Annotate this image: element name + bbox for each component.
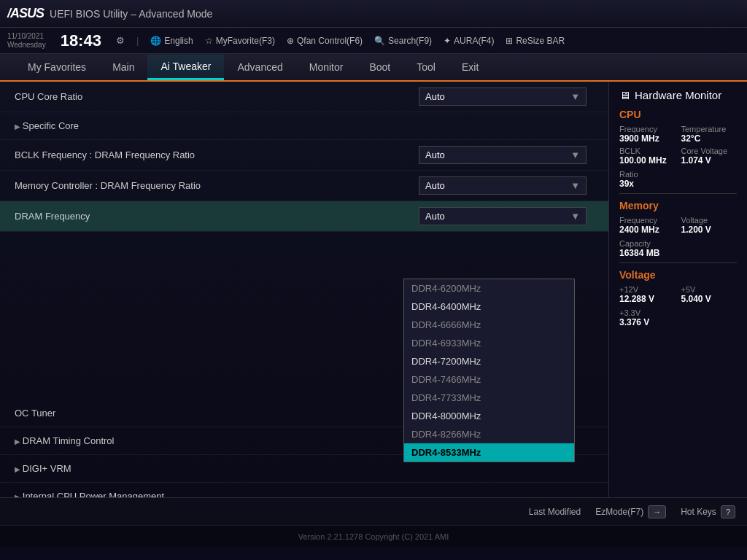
qfan-label: Qfan Control(F6)	[297, 36, 363, 46]
v33-row: +3.3V 3.376 V	[619, 308, 737, 327]
hot-keys-button[interactable]: Hot Keys ?	[681, 505, 735, 518]
digi-vrm-label[interactable]: DIGI+ VRM	[15, 463, 594, 474]
cpu-core-voltage-label: Core Voltage	[681, 147, 738, 155]
nav-main[interactable]: Main	[99, 55, 147, 79]
dropdown-option-ddr4-7733[interactable]: DDR4-7733MHz	[404, 389, 574, 407]
dram-frequency-dropdown-list: DDR4-6200MHz DDR4-6400MHz DDR4-6666MHz D…	[403, 279, 575, 462]
setting-row-internal-cpu: Internal CPU Power Management	[0, 483, 608, 497]
v12-label: +12V	[619, 285, 676, 294]
cpu-bclk-label: BCLK	[619, 147, 676, 155]
cpu-ratio-value: 39x	[619, 179, 737, 189]
cpu-temp-value: 32°C	[681, 133, 738, 144]
cpu-core-ratio-value[interactable]: Auto ▼	[419, 88, 594, 106]
cpu-ratio-row: Ratio 39x	[619, 170, 737, 189]
star-icon: ☆	[205, 36, 213, 46]
mem-voltage-label: Voltage	[681, 216, 738, 225]
v5-label: +5V	[681, 285, 738, 294]
dropdown-value: Auto	[425, 91, 445, 102]
version-bar: Version 2.21.1278 Copyright (C) 2021 AMI	[0, 525, 747, 547]
cpu-bclk-value: 100.00 MHz	[619, 155, 676, 166]
dram-frequency-value[interactable]: Auto ▼	[419, 207, 594, 225]
toolbar-myfavorite[interactable]: ☆ MyFavorite(F3)	[205, 36, 275, 46]
toolbar-english[interactable]: 🌐 English	[150, 36, 193, 46]
dropdown-option-ddr4-8000[interactable]: DDR4-8000MHz	[404, 407, 574, 425]
nav-ai-tweaker[interactable]: Ai Tweaker	[147, 55, 224, 80]
mem-freq-value: 2400 MHz	[619, 225, 676, 235]
aura-label: AURA(F4)	[454, 36, 494, 46]
dropdown-option-ddr4-8266[interactable]: DDR4-8266MHz	[404, 425, 574, 443]
memory-controller-label: Memory Controller : DRAM Frequency Ratio	[15, 180, 419, 191]
cpu-core-voltage-value: 1.074 V	[681, 155, 738, 166]
specific-core-label[interactable]: Specific Core	[15, 120, 594, 131]
cpu-core-ratio-label: CPU Core Ratio	[15, 91, 419, 102]
nav-monitor[interactable]: Monitor	[296, 55, 357, 79]
dropdown-option-ddr4-6200[interactable]: DDR4-6200MHz	[404, 279, 574, 298]
v33-value: 3.376 V	[619, 317, 737, 327]
memory-controller-value[interactable]: Auto ▼	[419, 176, 594, 195]
header: /ASUS UEFI BIOS Utility – Advanced Mode	[0, 0, 747, 28]
ez-mode-button[interactable]: EzMode(F7) →	[595, 505, 666, 518]
clock-display: 18:43	[61, 31, 101, 50]
toolbar-search[interactable]: 🔍 Search(F9)	[374, 36, 432, 46]
toolbar-qfan[interactable]: ⊕ Qfan Control(F6)	[287, 36, 363, 46]
toolbar-resize-bar[interactable]: ⊞ ReSize BAR	[506, 36, 565, 46]
cpu-section-title: CPU	[619, 109, 737, 120]
toolbar-aura[interactable]: ✦ AURA(F4)	[444, 36, 494, 46]
ez-mode-icon: →	[648, 505, 666, 518]
hardware-monitor-panel: 🖥 Hardware Monitor CPU Frequency 3900 MH…	[608, 82, 747, 497]
asus-logo: /ASUS	[7, 6, 44, 21]
dropdown-option-ddr4-6400[interactable]: DDR4-6400MHz	[404, 298, 574, 316]
ez-mode-label: EzMode(F7)	[595, 507, 643, 517]
myfavorite-label: MyFavorite(F3)	[216, 36, 275, 46]
settings-gear-icon[interactable]: ⚙	[116, 35, 125, 46]
bclk-dram-dropdown[interactable]: Auto ▼	[419, 146, 587, 164]
bclk-dram-value[interactable]: Auto ▼	[419, 146, 594, 164]
dropdown-option-ddr4-7466[interactable]: DDR4-7466MHz	[404, 370, 574, 389]
main-layout: CPU Core Ratio Auto ▼ Specific Core BCLK…	[0, 82, 747, 497]
nav-my-favorites[interactable]: My Favorites	[15, 55, 99, 79]
cpu-core-ratio-dropdown[interactable]: Auto ▼	[419, 88, 587, 106]
setting-row-dram-frequency: DRAM Frequency Auto ▼	[0, 201, 608, 232]
cpu-ratio-label: Ratio	[619, 170, 737, 179]
hot-keys-label: Hot Keys	[681, 507, 716, 517]
setting-row-bclk-dram: BCLK Frequency : DRAM Frequency Ratio Au…	[0, 140, 608, 171]
setting-row-cpu-core-ratio: CPU Core Ratio Auto ▼	[0, 82, 608, 112]
mem-voltage-value: 1.200 V	[681, 225, 738, 235]
nav-boot[interactable]: Boot	[356, 55, 403, 79]
internal-cpu-label[interactable]: Internal CPU Power Management	[15, 491, 594, 497]
v33-label: +3.3V	[619, 308, 737, 317]
dropdown-option-ddr4-6666[interactable]: DDR4-6666MHz	[404, 316, 574, 334]
dropdown-arrow-icon: ▼	[570, 149, 580, 160]
hardware-monitor-label: Hardware Monitor	[635, 89, 721, 101]
dropdown-option-ddr4-8533[interactable]: DDR4-8533MHz	[404, 443, 574, 462]
search-icon: 🔍	[374, 36, 385, 46]
version-text: Version 2.21.1278 Copyright (C) 2021 AMI	[298, 532, 449, 541]
date-line2: Wednesday	[7, 41, 46, 50]
memory-section-title: Memory	[619, 200, 737, 211]
nav-tool[interactable]: Tool	[403, 55, 449, 79]
voltage-section-title: Voltage	[619, 269, 737, 281]
resize-icon: ⊞	[506, 36, 513, 46]
hardware-monitor-title: 🖥 Hardware Monitor	[619, 89, 737, 101]
dropdown-option-ddr4-6933[interactable]: DDR4-6933MHz	[404, 334, 574, 352]
search-label: Search(F9)	[388, 36, 432, 46]
resize-label: ReSize BAR	[516, 36, 565, 46]
monitor-icon: 🖥	[619, 89, 630, 101]
dram-frequency-dropdown[interactable]: Auto ▼	[419, 207, 587, 225]
date-block: 11/10/2021 Wednesday	[7, 32, 46, 50]
v5-value: 5.040 V	[681, 294, 738, 304]
dropdown-option-ddr4-7200[interactable]: DDR4-7200MHz	[404, 352, 574, 370]
memory-controller-dropdown[interactable]: Auto ▼	[419, 176, 587, 195]
cpu-freq-temp-grid: Frequency 3900 MHz Temperature 32°C BCLK…	[619, 125, 737, 166]
nav-advanced[interactable]: Advanced	[224, 55, 295, 79]
last-modified-button[interactable]: Last Modified	[529, 507, 581, 517]
last-modified-label: Last Modified	[529, 507, 581, 517]
v12-value: 12.288 V	[619, 294, 676, 304]
nav-exit[interactable]: Exit	[449, 55, 492, 79]
globe-icon: 🌐	[150, 36, 161, 46]
navbar: My Favorites Main Ai Tweaker Advanced Mo…	[0, 54, 747, 82]
fan-icon: ⊕	[287, 36, 294, 46]
content-area[interactable]: CPU Core Ratio Auto ▼ Specific Core BCLK…	[0, 82, 608, 497]
mem-capacity-row: Capacity 16384 MB	[619, 239, 737, 258]
dropdown-value: Auto	[425, 211, 445, 222]
